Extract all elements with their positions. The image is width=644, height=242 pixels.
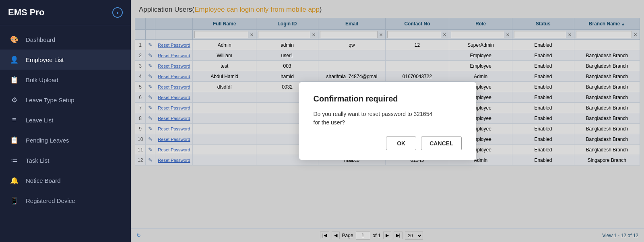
leave-list-icon: ≡ xyxy=(10,116,19,124)
bulk-upload-icon: 📋 xyxy=(10,75,19,84)
cancel-button[interactable]: CANCEL xyxy=(421,137,461,150)
sidebar-item-bulk-upload[interactable]: 📋 Bulk Upload xyxy=(0,70,131,90)
sidebar-menu: 🎨 Dashboard 👤 Employee List 📋 Bulk Uploa… xyxy=(0,25,131,215)
sidebar-label-employee-list: Employee List xyxy=(26,56,64,63)
sidebar-item-registered-device[interactable]: 📱 Registered Device xyxy=(0,190,131,211)
main-content: Application Users(Employee can login onl… xyxy=(131,0,644,242)
notice-board-icon: 🔔 xyxy=(10,176,19,185)
modal-body-line1: Do you really want to reset password to … xyxy=(314,111,433,117)
modal-overlay: Confirmation required Do you really want… xyxy=(131,0,644,242)
sidebar-item-leave-list[interactable]: ≡ Leave List xyxy=(0,110,131,130)
sidebar-item-pending-leaves[interactable]: 📋 Pending Leaves xyxy=(0,130,131,150)
app-name: EMS Pro xyxy=(8,7,44,18)
sidebar-label-pending-leaves: Pending Leaves xyxy=(26,137,69,144)
sidebar-item-notice-board[interactable]: 🔔 Notice Board xyxy=(0,170,131,190)
logo-icon xyxy=(112,7,123,18)
task-list-icon: ≔ xyxy=(10,156,19,165)
sidebar-item-dashboard[interactable]: 🎨 Dashboard xyxy=(0,29,131,50)
confirmation-modal: Confirmation required Do you really want… xyxy=(299,82,476,160)
sidebar-item-task-list[interactable]: ≔ Task List xyxy=(0,150,131,170)
registered-device-icon: 📱 xyxy=(10,196,19,205)
sidebar-label-dashboard: Dashboard xyxy=(26,36,55,43)
sidebar-label-task-list: Task List xyxy=(26,157,49,164)
employee-icon: 👤 xyxy=(10,55,19,64)
sidebar-label-bulk-upload: Bulk Upload xyxy=(26,77,58,83)
sidebar-label-leave-list: Leave List xyxy=(26,117,53,124)
sidebar-label-leave-type-setup: Leave Type Setup xyxy=(26,97,74,103)
modal-body: Do you really want to reset password to … xyxy=(314,110,462,127)
modal-actions: OK CANCEL xyxy=(314,137,462,150)
modal-body-line2: for the user? xyxy=(314,119,345,126)
sidebar: EMS Pro 🎨 Dashboard 👤 Employee List 📋 Bu… xyxy=(0,0,131,242)
sidebar-item-leave-type-setup[interactable]: ⚙ Leave Type Setup xyxy=(0,90,131,110)
sidebar-label-notice-board: Notice Board xyxy=(26,177,61,184)
leave-type-icon: ⚙ xyxy=(10,95,19,104)
sidebar-item-employee-list[interactable]: 👤 Employee List xyxy=(0,50,131,70)
modal-title: Confirmation required xyxy=(314,94,462,103)
pending-leaves-icon: 📋 xyxy=(10,136,19,145)
ok-button[interactable]: OK xyxy=(386,137,416,150)
app-logo: EMS Pro xyxy=(0,0,131,25)
dashboard-icon: 🎨 xyxy=(10,35,19,44)
sidebar-label-registered-device: Registered Device xyxy=(26,197,75,204)
